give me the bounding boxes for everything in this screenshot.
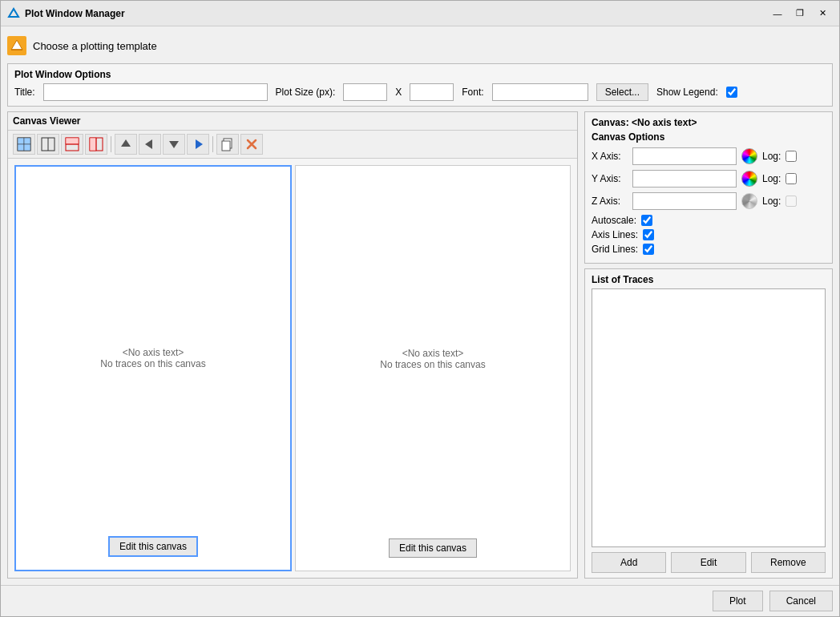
title-bar: Plot Window Manager — ❐ ✕ xyxy=(1,1,839,26)
plot-options-section: Plot Window Options Title: Plot Size (px… xyxy=(7,63,833,107)
svg-marker-16 xyxy=(121,139,131,147)
axis-lines-checkbox[interactable] xyxy=(643,229,654,240)
toolbar-btn-left[interactable] xyxy=(139,134,161,155)
autoscale-row: Autoscale: xyxy=(592,215,826,226)
add-trace-button[interactable]: Add xyxy=(592,552,666,573)
toolbar-btn-right[interactable] xyxy=(187,134,209,155)
toolbar-btn-down[interactable] xyxy=(163,134,185,155)
right-panel: Canvas: <No axis text> Canvas Options X … xyxy=(584,111,833,579)
close-button[interactable]: ✕ xyxy=(812,6,833,22)
autoscale-label: Autoscale: xyxy=(592,215,636,226)
grid-lines-checkbox[interactable] xyxy=(643,244,654,255)
remove-trace-button[interactable]: Remove xyxy=(751,552,826,573)
traces-label: List of Traces xyxy=(592,274,826,285)
title-label: Title: xyxy=(14,87,35,98)
svg-rect-7 xyxy=(24,144,30,151)
font-input[interactable] xyxy=(492,83,588,101)
grid-lines-row: Grid Lines: xyxy=(592,244,826,255)
svg-rect-5 xyxy=(24,138,30,144)
window-content: Choose a plotting template Plot Window O… xyxy=(1,26,839,585)
canvas-viewer: Canvas Viewer xyxy=(7,111,578,579)
size-separator: X xyxy=(395,87,402,98)
canvas-panel-2[interactable]: <No axis text> No traces on this canvas … xyxy=(295,165,571,571)
x-axis-label: X Axis: xyxy=(592,151,628,162)
font-select-button[interactable]: Select... xyxy=(596,83,648,101)
toolbar-btn-copy[interactable] xyxy=(216,134,239,155)
edit-canvas-btn-2[interactable]: Edit this canvas xyxy=(389,538,477,558)
size-label: Plot Size (px): xyxy=(276,87,336,98)
title-input[interactable] xyxy=(43,83,268,101)
canvas-viewer-header: Canvas Viewer xyxy=(8,112,577,131)
canvas-2-center-text: <No axis text> No traces on this canvas xyxy=(380,179,485,538)
show-legend-checkbox[interactable] xyxy=(726,87,737,98)
edit-canvas-btn-1[interactable]: Edit this canvas xyxy=(108,536,198,557)
canvas-2-trace-text: No traces on this canvas xyxy=(380,359,485,370)
size-x-input[interactable] xyxy=(343,83,387,101)
svg-rect-21 xyxy=(222,141,230,151)
main-window: Plot Window Manager — ❐ ✕ Choose a plott… xyxy=(0,0,840,617)
edit-trace-button[interactable]: Edit xyxy=(671,552,745,573)
plot-options-row: Title: Plot Size (px): X Font: Select...… xyxy=(14,83,826,101)
canvas-options-section-label: Canvas Options xyxy=(592,131,826,143)
x-axis-input[interactable] xyxy=(632,147,737,165)
z-axis-label: Z Axis: xyxy=(592,196,628,207)
y-axis-label: Y Axis: xyxy=(592,173,628,184)
canvas-area: <No axis text> No traces on this canvas … xyxy=(8,159,577,578)
window-title: Plot Window Manager xyxy=(25,8,762,19)
toolbar-separator-1 xyxy=(111,136,111,152)
toolbar-btn-up[interactable] xyxy=(115,134,137,155)
svg-marker-19 xyxy=(196,139,203,149)
grid-lines-label: Grid Lines: xyxy=(592,244,638,255)
traces-buttons: Add Edit Remove xyxy=(592,552,826,573)
y-log-checkbox[interactable] xyxy=(785,173,797,184)
cancel-button[interactable]: Cancel xyxy=(769,591,833,611)
plot-button[interactable]: Plot xyxy=(713,591,763,611)
svg-rect-6 xyxy=(18,144,24,151)
toolbar-btn-4[interactable] xyxy=(85,134,107,155)
x-log-label: Log: xyxy=(762,151,781,162)
y-axis-input[interactable] xyxy=(632,170,737,188)
legend-label: Show Legend: xyxy=(656,87,718,98)
x-axis-color-picker[interactable] xyxy=(741,148,757,164)
traces-section: List of Traces Add Edit Remove xyxy=(584,268,833,579)
y-axis-color-picker[interactable] xyxy=(741,171,757,187)
canvas-1-trace-text: No traces on this canvas xyxy=(100,358,205,369)
svg-marker-0 xyxy=(9,9,18,17)
banner-icon xyxy=(7,36,26,55)
svg-marker-17 xyxy=(145,139,152,149)
svg-marker-18 xyxy=(169,141,179,148)
canvas-2-axis-text: <No axis text> xyxy=(402,348,464,359)
x-axis-row: X Axis: Log: xyxy=(592,147,826,165)
minimize-button[interactable]: — xyxy=(767,6,788,22)
canvas-panel-1[interactable]: <No axis text> No traces on this canvas … xyxy=(14,165,292,571)
z-log-label: Log: xyxy=(762,196,781,207)
axis-lines-label: Axis Lines: xyxy=(592,229,638,240)
canvas-title: Canvas: <No axis text> xyxy=(592,117,826,128)
main-area: Canvas Viewer xyxy=(7,111,833,579)
toolbar-btn-1[interactable] xyxy=(13,134,35,155)
canvas-1-axis-text: <No axis text> xyxy=(123,347,184,358)
restore-button[interactable]: ❐ xyxy=(790,6,810,22)
z-axis-input[interactable] xyxy=(632,192,737,210)
axis-lines-row: Axis Lines: xyxy=(592,229,826,240)
toolbar-btn-3[interactable] xyxy=(61,134,83,155)
toolbar-btn-delete[interactable] xyxy=(240,134,263,155)
plot-options-label: Plot Window Options xyxy=(14,69,826,80)
svg-rect-4 xyxy=(18,138,24,144)
y-log-label: Log: xyxy=(762,173,781,184)
canvas-1-center-text: <No axis text> No traces on this canvas xyxy=(100,179,205,536)
bottom-bar: Plot Cancel xyxy=(1,585,839,616)
traces-list xyxy=(592,288,826,547)
svg-rect-14 xyxy=(90,138,96,151)
toolbar-separator-2 xyxy=(212,136,213,152)
autoscale-checkbox[interactable] xyxy=(641,215,652,226)
toolbar-btn-2[interactable] xyxy=(37,134,59,155)
z-axis-row: Z Axis: Log: xyxy=(592,192,826,210)
x-log-checkbox[interactable] xyxy=(785,151,797,162)
app-icon xyxy=(7,7,20,20)
window-controls: — ❐ ✕ xyxy=(767,6,833,22)
banner: Choose a plotting template xyxy=(7,33,833,58)
banner-text: Choose a plotting template xyxy=(33,40,157,52)
z-log-checkbox xyxy=(785,196,797,207)
size-y-input[interactable] xyxy=(410,83,454,101)
